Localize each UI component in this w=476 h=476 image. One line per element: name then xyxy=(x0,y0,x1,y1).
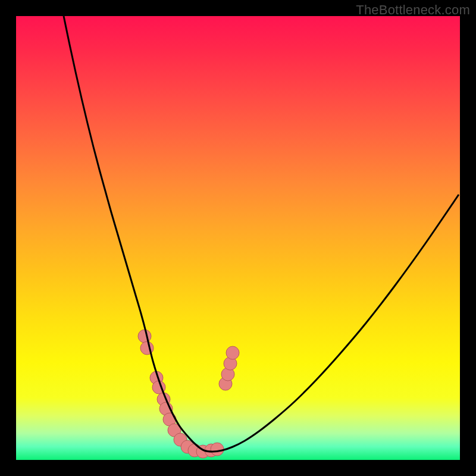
marker-dot xyxy=(211,443,224,456)
marker-dot xyxy=(226,346,239,359)
chart-svg xyxy=(16,16,460,460)
marker-dot xyxy=(138,330,151,343)
chart-frame: TheBottleneck.com xyxy=(0,0,476,476)
bottleneck-curve xyxy=(64,16,459,452)
markers-group xyxy=(138,330,239,458)
watermark-text: TheBottleneck.com xyxy=(356,2,470,18)
plot-area xyxy=(16,16,460,460)
